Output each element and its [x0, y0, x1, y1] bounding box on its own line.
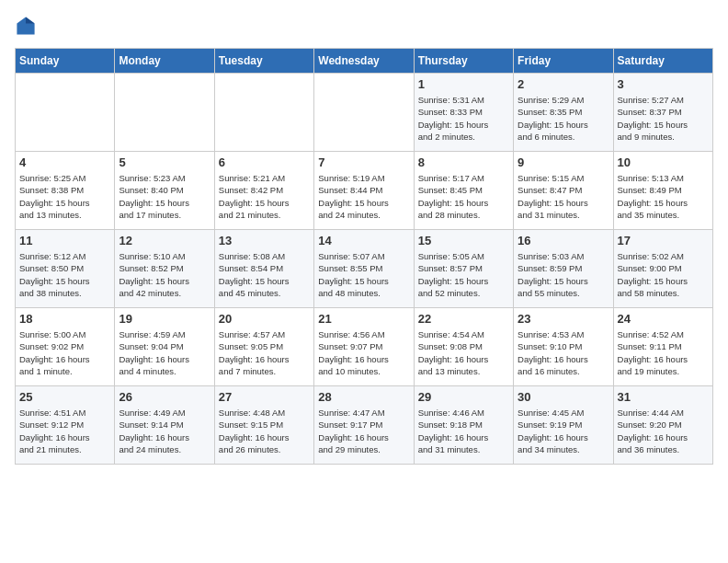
day-info: Sunrise: 5:25 AM Sunset: 8:38 PM Dayligh…: [19, 172, 110, 221]
calendar-cell: 15Sunrise: 5:05 AM Sunset: 8:57 PM Dayli…: [414, 230, 513, 308]
calendar-cell: [214, 74, 313, 152]
calendar-cell: 24Sunrise: 4:52 AM Sunset: 9:11 PM Dayli…: [613, 308, 712, 386]
day-info: Sunrise: 5:21 AM Sunset: 8:42 PM Dayligh…: [219, 172, 310, 221]
day-header-friday: Friday: [514, 49, 613, 74]
day-info: Sunrise: 5:05 AM Sunset: 8:57 PM Dayligh…: [418, 250, 509, 299]
calendar-cell: 1Sunrise: 5:31 AM Sunset: 8:33 PM Daylig…: [414, 74, 513, 152]
calendar-body: 1Sunrise: 5:31 AM Sunset: 8:33 PM Daylig…: [16, 74, 713, 465]
day-number: 21: [318, 312, 409, 326]
day-info: Sunrise: 5:00 AM Sunset: 9:02 PM Dayligh…: [19, 328, 110, 377]
day-info: Sunrise: 5:19 AM Sunset: 8:44 PM Dayligh…: [318, 172, 409, 221]
day-info: Sunrise: 5:17 AM Sunset: 8:45 PM Dayligh…: [418, 172, 509, 221]
day-number: 9: [518, 155, 609, 169]
day-info: Sunrise: 5:03 AM Sunset: 8:59 PM Dayligh…: [518, 250, 609, 299]
day-info: Sunrise: 5:08 AM Sunset: 8:54 PM Dayligh…: [219, 250, 310, 299]
calendar-cell: [314, 74, 414, 152]
logo: [15, 15, 40, 37]
calendar-cell: 10Sunrise: 5:13 AM Sunset: 8:49 PM Dayli…: [613, 152, 712, 230]
day-number: 23: [518, 312, 609, 326]
day-info: Sunrise: 4:45 AM Sunset: 9:19 PM Dayligh…: [518, 407, 609, 455]
day-info: Sunrise: 5:29 AM Sunset: 8:35 PM Dayligh…: [518, 94, 609, 143]
day-info: Sunrise: 4:47 AM Sunset: 9:17 PM Dayligh…: [318, 407, 409, 455]
calendar-cell: 17Sunrise: 5:02 AM Sunset: 9:00 PM Dayli…: [613, 230, 712, 308]
calendar-cell: [115, 74, 214, 152]
day-number: 16: [518, 234, 609, 247]
day-info: Sunrise: 4:59 AM Sunset: 9:04 PM Dayligh…: [119, 328, 210, 377]
day-info: Sunrise: 5:15 AM Sunset: 8:47 PM Dayligh…: [518, 172, 609, 221]
logo-icon: [15, 15, 37, 37]
calendar-cell: 28Sunrise: 4:47 AM Sunset: 9:17 PM Dayli…: [314, 386, 414, 465]
day-number: 25: [19, 390, 110, 404]
day-number: 28: [318, 390, 409, 404]
calendar-cell: 3Sunrise: 5:27 AM Sunset: 8:37 PM Daylig…: [613, 74, 712, 152]
day-info: Sunrise: 5:13 AM Sunset: 8:49 PM Dayligh…: [618, 172, 709, 221]
day-info: Sunrise: 4:54 AM Sunset: 9:08 PM Dayligh…: [418, 328, 509, 377]
calendar-cell: 20Sunrise: 4:57 AM Sunset: 9:05 PM Dayli…: [214, 308, 313, 386]
day-number: 29: [418, 390, 509, 404]
calendar-cell: 29Sunrise: 4:46 AM Sunset: 9:18 PM Dayli…: [414, 386, 513, 465]
day-number: 4: [19, 155, 110, 169]
calendar-cell: 23Sunrise: 4:53 AM Sunset: 9:10 PM Dayli…: [514, 308, 613, 386]
calendar-cell: 12Sunrise: 5:10 AM Sunset: 8:52 PM Dayli…: [115, 230, 214, 308]
calendar-cell: 19Sunrise: 4:59 AM Sunset: 9:04 PM Dayli…: [115, 308, 214, 386]
week-row-3: 11Sunrise: 5:12 AM Sunset: 8:50 PM Dayli…: [16, 230, 713, 308]
day-number: 3: [618, 77, 709, 91]
day-info: Sunrise: 5:02 AM Sunset: 9:00 PM Dayligh…: [618, 250, 709, 299]
calendar-cell: 5Sunrise: 5:23 AM Sunset: 8:40 PM Daylig…: [115, 152, 214, 230]
day-info: Sunrise: 4:56 AM Sunset: 9:07 PM Dayligh…: [318, 328, 409, 377]
day-number: 7: [318, 155, 409, 169]
calendar-cell: 13Sunrise: 5:08 AM Sunset: 8:54 PM Dayli…: [214, 230, 313, 308]
calendar-cell: 6Sunrise: 5:21 AM Sunset: 8:42 PM Daylig…: [214, 152, 313, 230]
day-info: Sunrise: 4:48 AM Sunset: 9:15 PM Dayligh…: [219, 407, 310, 455]
calendar-cell: 2Sunrise: 5:29 AM Sunset: 8:35 PM Daylig…: [514, 74, 613, 152]
day-header-tuesday: Tuesday: [214, 49, 313, 74]
day-number: 12: [119, 234, 210, 247]
svg-marker-1: [26, 17, 35, 23]
calendar-cell: 22Sunrise: 4:54 AM Sunset: 9:08 PM Dayli…: [414, 308, 513, 386]
day-header-saturday: Saturday: [613, 49, 712, 74]
day-number: 8: [418, 155, 509, 169]
calendar-cell: 21Sunrise: 4:56 AM Sunset: 9:07 PM Dayli…: [314, 308, 414, 386]
day-info: Sunrise: 5:07 AM Sunset: 8:55 PM Dayligh…: [318, 250, 409, 299]
calendar-cell: 11Sunrise: 5:12 AM Sunset: 8:50 PM Dayli…: [16, 230, 115, 308]
day-info: Sunrise: 5:23 AM Sunset: 8:40 PM Dayligh…: [119, 172, 210, 221]
day-info: Sunrise: 4:53 AM Sunset: 9:10 PM Dayligh…: [518, 328, 609, 377]
day-header-thursday: Thursday: [414, 49, 513, 74]
day-number: 10: [618, 155, 709, 169]
day-number: 2: [518, 77, 609, 91]
calendar-cell: 16Sunrise: 5:03 AM Sunset: 8:59 PM Dayli…: [514, 230, 613, 308]
week-row-2: 4Sunrise: 5:25 AM Sunset: 8:38 PM Daylig…: [16, 152, 713, 230]
day-number: 20: [219, 312, 310, 326]
day-number: 30: [518, 390, 609, 404]
day-number: 27: [219, 390, 310, 404]
calendar-cell: 7Sunrise: 5:19 AM Sunset: 8:44 PM Daylig…: [314, 152, 414, 230]
day-number: 22: [418, 312, 509, 326]
day-number: 26: [119, 390, 210, 404]
calendar-table: SundayMondayTuesdayWednesdayThursdayFrid…: [15, 48, 713, 465]
day-number: 1: [418, 77, 509, 91]
day-info: Sunrise: 4:52 AM Sunset: 9:11 PM Dayligh…: [618, 328, 709, 377]
day-number: 15: [418, 234, 509, 247]
calendar-cell: [16, 74, 115, 152]
day-info: Sunrise: 4:44 AM Sunset: 9:20 PM Dayligh…: [618, 407, 709, 455]
day-number: 13: [219, 234, 310, 247]
day-info: Sunrise: 5:10 AM Sunset: 8:52 PM Dayligh…: [119, 250, 210, 299]
day-info: Sunrise: 4:57 AM Sunset: 9:05 PM Dayligh…: [219, 328, 310, 377]
day-header-wednesday: Wednesday: [314, 49, 414, 74]
day-info: Sunrise: 5:31 AM Sunset: 8:33 PM Dayligh…: [418, 94, 509, 143]
day-number: 11: [19, 234, 110, 247]
calendar-cell: 4Sunrise: 5:25 AM Sunset: 8:38 PM Daylig…: [16, 152, 115, 230]
calendar-cell: 27Sunrise: 4:48 AM Sunset: 9:15 PM Dayli…: [214, 386, 313, 465]
day-number: 6: [219, 155, 310, 169]
week-row-5: 25Sunrise: 4:51 AM Sunset: 9:12 PM Dayli…: [16, 386, 713, 465]
day-number: 19: [119, 312, 210, 326]
day-header-monday: Monday: [115, 49, 214, 74]
calendar-cell: 18Sunrise: 5:00 AM Sunset: 9:02 PM Dayli…: [16, 308, 115, 386]
calendar-cell: 8Sunrise: 5:17 AM Sunset: 8:45 PM Daylig…: [414, 152, 513, 230]
calendar-cell: 30Sunrise: 4:45 AM Sunset: 9:19 PM Dayli…: [514, 386, 613, 465]
day-number: 24: [618, 312, 709, 326]
day-number: 18: [19, 312, 110, 326]
calendar-cell: 9Sunrise: 5:15 AM Sunset: 8:47 PM Daylig…: [514, 152, 613, 230]
page-header: [15, 15, 713, 37]
calendar-cell: 31Sunrise: 4:44 AM Sunset: 9:20 PM Dayli…: [613, 386, 712, 465]
